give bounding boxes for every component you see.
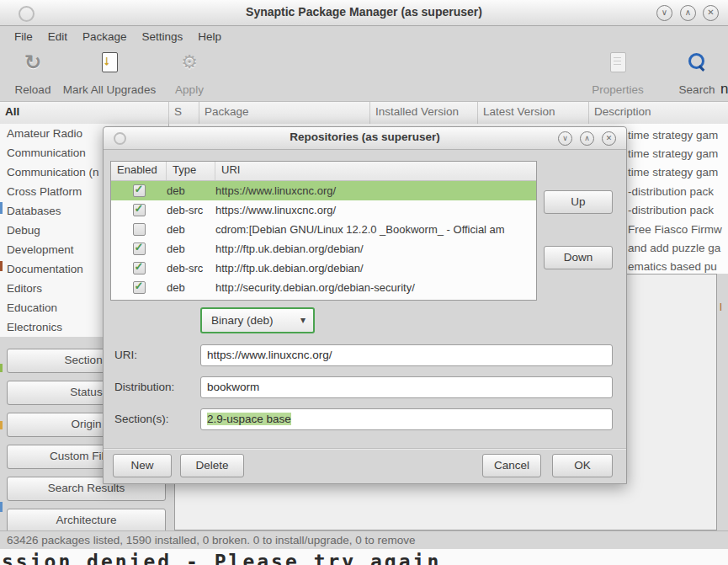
repo-uri: http://security.debian.org/debian-securi…	[215, 281, 536, 294]
uri-value: https://www.linuxcnc.org/	[207, 349, 332, 361]
package-row-description[interactable]: time strategy gam	[628, 145, 718, 163]
apply-button[interactable]: ⚙ Apply	[167, 52, 212, 96]
synaptic-window: Synaptic Package Manager (as superuser) …	[0, 0, 728, 565]
edge-artifact	[0, 202, 3, 214]
down-button[interactable]: Down	[544, 246, 613, 269]
type-combobox[interactable]: Binary (deb) ▾	[200, 307, 315, 333]
repository-row[interactable]: deb cdrom:[Debian GNU/Linux 12.2.0 _Book…	[111, 220, 536, 239]
package-row-description[interactable]: time strategy gam	[628, 163, 718, 182]
edge-artifact	[0, 364, 3, 372]
repository-row[interactable]: deb-src http://ftp.uk.debian.org/debian/	[111, 259, 536, 278]
mark-all-upgrades-icon: ↓	[102, 52, 118, 72]
header-uri[interactable]: URI	[215, 162, 536, 180]
edge-artifact	[0, 261, 3, 271]
status-text: 63426 packages listed, 1590 installed, 0…	[7, 534, 416, 546]
minimize-button[interactable]: ∨	[656, 5, 672, 21]
sections-field[interactable]: 2.9-uspace base	[200, 408, 613, 430]
apply-icon: ⚙	[181, 52, 198, 72]
repo-type: deb-src	[167, 204, 215, 216]
menu-file[interactable]: File	[7, 30, 40, 43]
repo-type: deb-src	[167, 262, 215, 275]
dialog-minimize-button[interactable]: ∨	[558, 131, 572, 146]
enabled-checkbox[interactable]	[133, 281, 146, 294]
close-button[interactable]: ✕	[703, 5, 719, 21]
repo-type: deb	[167, 184, 215, 197]
package-row-description[interactable]: time strategy gam	[628, 126, 718, 145]
sections-value: 2.9-uspace base	[207, 413, 291, 425]
repository-row[interactable]: deb http://security.debian.org/debian-se…	[111, 278, 536, 297]
header-type[interactable]: Type	[167, 162, 215, 180]
properties-button[interactable]: Properties	[586, 52, 650, 96]
repo-uri: https://www.linuxcnc.org/	[215, 204, 536, 216]
enabled-checkbox[interactable]	[133, 184, 146, 197]
status-bar: 63426 packages listed, 1590 installed, 0…	[0, 530, 728, 549]
dialog-titlebar: Repositories (as superuser) ∨ ∧ ✕	[104, 127, 626, 150]
repository-row[interactable]: deb-src https://www.linuxcnc.org/	[111, 200, 536, 220]
chevron-down-icon: ▾	[300, 309, 306, 332]
up-button[interactable]: Up	[544, 190, 613, 214]
search-button[interactable]: Search	[673, 52, 720, 96]
search-label: Search	[679, 83, 715, 96]
edge-artifact	[0, 502, 3, 512]
repository-row[interactable]: deb https://www.linuxcnc.org/	[111, 181, 536, 200]
column-header-package[interactable]: Package	[199, 102, 370, 124]
maximize-button[interactable]: ∧	[680, 5, 696, 21]
menu-edit[interactable]: Edit	[40, 30, 75, 43]
dialog-separator	[104, 448, 626, 449]
clipped-link-fragment: l	[720, 301, 722, 313]
package-row-description[interactable]: and add puzzle ga	[628, 239, 720, 258]
repo-uri: http://ftp.uk.debian.org/debian/	[215, 262, 536, 275]
enabled-checkbox[interactable]	[133, 223, 146, 236]
architecture-button[interactable]: Architecture	[7, 509, 166, 533]
repo-type: deb	[167, 281, 215, 294]
terminal-text-fragment: ssion denied - Please try again	[2, 551, 441, 565]
header-enabled[interactable]: Enabled	[111, 162, 167, 180]
dialog-title: Repositories (as superuser)	[104, 131, 626, 143]
uri-label: URI:	[114, 349, 137, 361]
column-header-installed-version[interactable]: Installed Version	[370, 102, 478, 124]
table-header-row: All S Package Installed Version Latest V…	[0, 102, 728, 125]
sidebar-header-all[interactable]: All	[0, 102, 169, 124]
delete-button[interactable]: Delete	[180, 454, 244, 477]
reload-label: Reload	[15, 83, 51, 96]
enabled-checkbox[interactable]	[133, 204, 146, 216]
package-row-description[interactable]: ematics based pu	[628, 258, 717, 274]
reload-icon: ↻	[24, 52, 41, 72]
cancel-button[interactable]: Cancel	[482, 454, 541, 477]
repositories-dialog: Repositories (as superuser) ∨ ∧ ✕ Enable…	[103, 126, 627, 484]
window-title: Synaptic Package Manager (as superuser)	[0, 5, 728, 19]
enabled-checkbox[interactable]	[133, 243, 146, 255]
repo-type: deb	[167, 223, 215, 236]
distribution-label: Distribution:	[114, 381, 174, 393]
column-header-description[interactable]: Description	[589, 102, 728, 124]
repository-list-header: Enabled Type URI	[111, 162, 536, 181]
menu-settings[interactable]: Settings	[135, 30, 191, 43]
type-combobox-value: Binary (deb)	[211, 314, 274, 327]
package-row-description[interactable]: -distribution pack	[628, 201, 714, 220]
main-titlebar: Synaptic Package Manager (as superuser) …	[0, 0, 728, 26]
repository-list: Enabled Type URI deb https://www.linuxcn…	[110, 161, 537, 301]
ok-button[interactable]: OK	[552, 454, 613, 477]
properties-icon	[610, 52, 626, 72]
distribution-value: bookworm	[207, 381, 259, 393]
dialog-close-button[interactable]: ✕	[602, 131, 616, 146]
edge-artifact	[0, 421, 3, 429]
enabled-checkbox[interactable]	[133, 262, 146, 275]
column-header-latest-version[interactable]: Latest Version	[478, 102, 589, 124]
menu-help[interactable]: Help	[190, 30, 229, 43]
uri-field[interactable]: https://www.linuxcnc.org/	[200, 344, 613, 366]
menu-package[interactable]: Package	[75, 30, 135, 43]
package-row-description[interactable]: -distribution pack	[628, 183, 714, 201]
menubar: File Edit Package Settings Help	[0, 26, 728, 47]
repository-row[interactable]: deb http://ftp.uk.debian.org/debian/	[111, 239, 536, 259]
package-row-description[interactable]: Free Fiasco Firmw	[628, 221, 722, 239]
mark-all-upgrades-button[interactable]: ↓ Mark All Upgrades	[56, 52, 163, 96]
new-button[interactable]: New	[113, 454, 172, 477]
background-terminal-strip: ssion denied - Please try again	[0, 549, 728, 565]
dialog-maximize-button[interactable]: ∧	[580, 131, 594, 146]
repository-row-partial[interactable]	[111, 297, 536, 301]
column-header-s[interactable]: S	[169, 102, 199, 124]
clipped-text-fragment: n	[720, 81, 728, 98]
distribution-field[interactable]: bookworm	[200, 376, 613, 398]
repo-uri: cdrom:[Debian GNU/Linux 12.2.0 _Bookworm…	[215, 223, 536, 236]
